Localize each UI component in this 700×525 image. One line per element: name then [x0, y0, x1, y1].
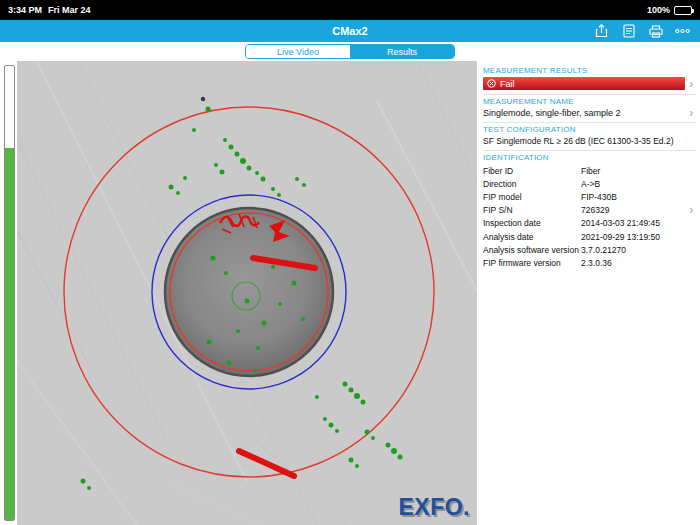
measurement-name-row[interactable]: Singlemode, single-fiber, sample 2 ›: [483, 108, 696, 118]
id-label: Fiber ID: [483, 166, 581, 176]
share-icon[interactable]: [594, 24, 609, 39]
tab-results[interactable]: Results: [350, 45, 454, 58]
chevron-right-icon: ›: [689, 79, 696, 89]
measurement-name-value: Singlemode, single-fiber, sample 2: [483, 108, 685, 118]
id-value: 3.7.0.21270: [581, 245, 696, 255]
id-row-inspection-date: Inspection date 2014-03-03 21:49:45: [483, 217, 696, 230]
view-segmented-control: Live Video Results: [245, 44, 455, 59]
id-value: FIP-430B: [581, 192, 696, 202]
id-value: 2021-09-29 13:19:50: [581, 232, 696, 242]
id-row-analysis-date: Analysis date 2021-09-29 13:19:50: [483, 230, 696, 243]
status-left: 3:34 PMFri Mar 24: [8, 5, 97, 15]
fiber-endface-image: EXFO.: [17, 61, 477, 525]
exfo-logo: EXFO.: [398, 494, 470, 521]
test-configuration-header: TEST CONFIGURATION: [483, 125, 696, 134]
id-row-fiber-id: Fiber ID Fiber: [483, 164, 696, 177]
status-right: 100%: [647, 5, 692, 15]
measurement-results-header: MEASUREMENT RESULTS: [483, 66, 696, 75]
main-content: EXFO. MEASUREMENT RESULTS Fail › MEASURE…: [0, 61, 700, 525]
id-label: Analysis software version: [483, 245, 581, 255]
status-bar: 3:34 PMFri Mar 24 100%: [0, 0, 700, 20]
id-row-fip-sn[interactable]: FIP S/N 726329 ›: [483, 204, 696, 217]
id-value: A->B: [581, 179, 696, 189]
fiber-cladding: [165, 208, 333, 376]
battery-icon: [674, 6, 692, 15]
chevron-right-icon: ›: [689, 205, 696, 215]
id-label: FIP S/N: [483, 205, 581, 215]
result-status: Fail: [500, 79, 515, 89]
id-value: 2.3.0.36: [581, 258, 696, 268]
date: Fri Mar 24: [48, 5, 91, 15]
app-header: CMax2: [0, 20, 700, 42]
results-panel: MEASUREMENT RESULTS Fail › MEASUREMENT N…: [477, 61, 700, 525]
test-configuration-value: SF Singlemode RL ≥ 26 dB (IEC 61300-3-35…: [483, 136, 696, 146]
focus-quality-bar: [4, 65, 15, 521]
id-value: 2014-03-03 21:49:45: [581, 218, 696, 228]
print-icon[interactable]: [648, 24, 663, 39]
id-value: 726329: [581, 205, 685, 215]
measurement-name-header: MEASUREMENT NAME: [483, 97, 696, 106]
fiber-inspection-graphic: [17, 61, 477, 525]
cmax2-app: 3:34 PMFri Mar 24 100% CMax2 Live V: [0, 0, 700, 525]
section-test-configuration: TEST CONFIGURATION SF Singlemode RL ≥ 26…: [483, 125, 696, 151]
section-measurement-results: MEASUREMENT RESULTS Fail ›: [483, 66, 696, 95]
identification-header: IDENTIFICATION: [483, 153, 696, 162]
fail-badge: Fail: [483, 77, 685, 90]
chevron-right-icon: ›: [689, 108, 696, 118]
id-label: FIP firmware version: [483, 258, 581, 268]
clock: 3:34 PM: [8, 5, 42, 15]
id-row-direction: Direction A->B: [483, 177, 696, 190]
id-row-analysis-sw-version: Analysis software version 3.7.0.21270: [483, 243, 696, 256]
section-identification: IDENTIFICATION Fiber ID Fiber Direction …: [483, 153, 696, 270]
tab-live-video[interactable]: Live Video: [246, 45, 350, 58]
section-measurement-name: MEASUREMENT NAME Singlemode, single-fibe…: [483, 97, 696, 123]
fail-icon: [487, 79, 496, 88]
tab-bar: Live Video Results: [0, 42, 700, 61]
measurement-result-row[interactable]: Fail ›: [483, 77, 696, 90]
id-label: Analysis date: [483, 232, 581, 242]
id-label: Inspection date: [483, 218, 581, 228]
focus-quality-fill: [5, 148, 14, 520]
id-label: Direction: [483, 179, 581, 189]
report-icon[interactable]: [621, 24, 636, 39]
header-icons: [594, 24, 690, 39]
more-icon[interactable]: [675, 24, 690, 39]
id-label: FIP model: [483, 192, 581, 202]
id-value: Fiber: [581, 166, 696, 176]
id-row-fip-fw-version: FIP firmware version 2.3.0.36: [483, 256, 696, 269]
id-row-fip-model: FIP model FIP-430B: [483, 190, 696, 203]
battery-percent: 100%: [647, 5, 670, 15]
